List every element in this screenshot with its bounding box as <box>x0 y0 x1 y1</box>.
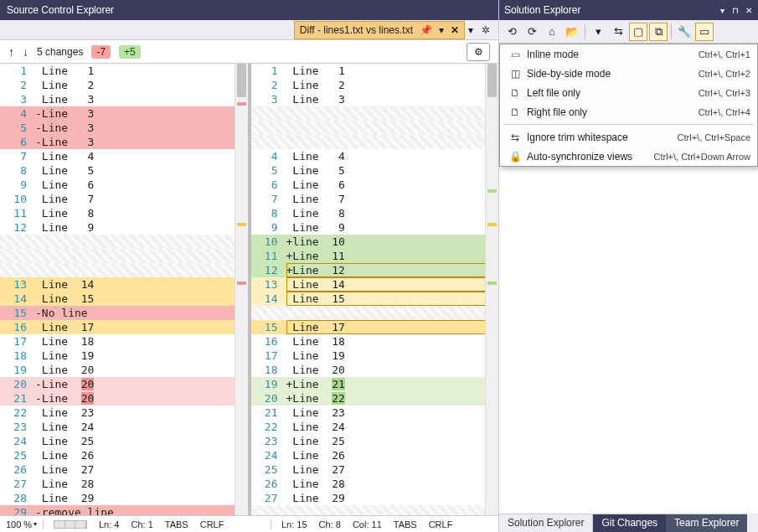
code-row[interactable] <box>251 505 499 515</box>
code-row[interactable]: 20-Line 20 <box>0 377 248 391</box>
code-row[interactable]: 8 Line 5 <box>0 163 248 178</box>
window-menu-icon[interactable]: ▾ <box>718 6 726 14</box>
code-row[interactable]: 13 Line 14 <box>0 277 248 292</box>
tab-git-changes[interactable]: Git Changes <box>593 514 666 532</box>
code-row[interactable] <box>251 106 499 121</box>
code-row[interactable]: 26 Line 28 <box>251 477 499 491</box>
code-row[interactable]: 24 Line 26 <box>251 448 499 462</box>
toolbar-button[interactable]: ⟲ <box>503 23 521 41</box>
code-row[interactable]: 15 Line 17 <box>251 320 499 334</box>
code-row[interactable]: 19 Line 20 <box>0 363 248 377</box>
code-row[interactable]: 12+Line 12 <box>251 263 499 277</box>
code-row[interactable]: 6-Line 3 <box>0 135 248 149</box>
toolbar-button[interactable]: ▢ <box>629 23 647 41</box>
menu-item[interactable]: 🔒Auto-synchronize viewsCtrl+\, Ctrl+Down… <box>500 147 757 166</box>
code-row[interactable]: 4-Line 3 <box>0 106 248 121</box>
code-row[interactable]: 4 Line 4 <box>251 149 499 163</box>
menu-item[interactable]: ◫Side-by-side modeCtrl+\, Ctrl+2 <box>500 64 757 83</box>
toolbar-button[interactable]: 📂 <box>563 23 581 41</box>
code-row[interactable]: 17 Line 19 <box>251 349 499 363</box>
code-row[interactable]: 11+Line 11 <box>251 249 499 263</box>
code-row[interactable]: 26 Line 27 <box>0 462 248 477</box>
code-row[interactable]: 17 Line 18 <box>0 334 248 349</box>
code-row[interactable]: 1 Line 1 <box>251 64 499 78</box>
prev-change-button[interactable]: ↑ <box>8 45 14 59</box>
right-code[interactable]: 1 Line 12 Line 23 Line 3 4 Line 45 Line … <box>251 64 499 515</box>
close-icon[interactable]: ✕ <box>745 6 753 14</box>
scrollbar-thumb[interactable] <box>487 64 497 97</box>
code-row[interactable]: 9 Line 6 <box>0 178 248 192</box>
code-row[interactable]: 3 Line 3 <box>251 92 499 106</box>
code-row[interactable] <box>251 135 499 149</box>
code-row[interactable]: 7 Line 4 <box>0 149 248 163</box>
code-row[interactable]: 8 Line 8 <box>251 206 499 220</box>
code-row[interactable]: 14 Line 15 <box>251 292 499 306</box>
active-tab[interactable]: Diff - lines1.txt vs lines.txt 📌 ▾ ✕ <box>294 21 465 39</box>
right-scrollbar[interactable] <box>485 64 498 515</box>
char-indicator[interactable]: Ch: 8 <box>319 519 341 529</box>
toolbar-button[interactable]: ⌂ <box>543 23 561 41</box>
code-row[interactable]: 6 Line 6 <box>251 178 499 192</box>
dropdown-icon[interactable]: ▾ <box>439 24 444 36</box>
toolbar-button[interactable]: ▭ <box>695 23 714 41</box>
code-row[interactable]: 11 Line 8 <box>0 206 248 220</box>
next-change-button[interactable]: ↓ <box>23 45 28 59</box>
tabs-indicator[interactable]: TABS <box>165 519 188 529</box>
code-row[interactable]: 22 Line 23 <box>0 405 248 420</box>
code-row[interactable]: 5 Line 5 <box>251 163 499 178</box>
code-row[interactable] <box>0 235 248 249</box>
code-row[interactable]: 13 Line 14 <box>251 277 499 292</box>
pin-icon[interactable]: 📌 <box>420 24 432 36</box>
line-indicator[interactable]: Ln: 15 <box>281 519 307 529</box>
code-row[interactable]: 14 Line 15 <box>0 292 248 306</box>
code-row[interactable]: 25 Line 27 <box>251 462 499 477</box>
code-row[interactable]: 21 Line 23 <box>251 405 499 420</box>
diff-settings-button[interactable]: ⚙ <box>467 43 490 61</box>
menu-item[interactable]: ⇆Ignore trim whitespaceCtrl+\, Ctrl+Spac… <box>500 127 757 147</box>
code-row[interactable]: 1 Line 1 <box>0 64 248 78</box>
toolbar-button[interactable]: 🔧 <box>675 23 694 41</box>
code-row[interactable]: 20+Line 22 <box>251 391 499 405</box>
code-row[interactable]: 22 Line 24 <box>251 420 499 434</box>
crlf-indicator[interactable]: CRLF <box>429 519 453 529</box>
left-code[interactable]: 1 Line 12 Line 23 Line 34-Line 35-Line 3… <box>0 64 248 515</box>
code-row[interactable]: 16 Line 18 <box>251 334 499 349</box>
tabs-indicator[interactable]: TABS <box>394 519 417 529</box>
zoom-level[interactable]: 100 %▾ <box>0 519 44 529</box>
toolbar-button[interactable]: ⧉ <box>649 23 668 41</box>
scrollbar-thumb[interactable] <box>237 64 246 97</box>
code-row[interactable]: 9 Line 9 <box>251 220 499 235</box>
code-row[interactable] <box>251 121 499 135</box>
code-row[interactable]: 29-remove line <box>0 505 248 515</box>
toolbar-button[interactable]: ⟳ <box>523 23 541 41</box>
toolbar-button[interactable]: ⇆ <box>609 23 627 41</box>
code-row[interactable]: 27 Line 28 <box>0 477 248 491</box>
menu-item[interactable]: ▭Inline modeCtrl+\, Ctrl+1 <box>500 44 757 64</box>
code-row[interactable]: 24 Line 25 <box>0 434 248 448</box>
code-row[interactable] <box>0 263 248 277</box>
code-row[interactable]: 5-Line 3 <box>0 121 248 135</box>
line-indicator[interactable]: Ln: 4 <box>99 519 119 529</box>
menu-item[interactable]: 🗋Left file onlyCtrl+\, Ctrl+3 <box>500 83 757 102</box>
pin-icon[interactable]: ⊓ <box>731 6 740 14</box>
code-row[interactable]: 12 Line 9 <box>0 220 248 235</box>
menu-item[interactable]: 🗋Right file onlyCtrl+\, Ctrl+4 <box>500 102 757 121</box>
hscroll-icon[interactable] <box>54 520 87 529</box>
code-row[interactable]: 16 Line 17 <box>0 320 248 334</box>
code-row[interactable]: 10 Line 7 <box>0 192 248 206</box>
code-row[interactable] <box>251 306 499 320</box>
code-row[interactable]: 10+line 10 <box>251 235 499 249</box>
code-row[interactable]: 18 Line 19 <box>0 349 248 363</box>
code-row[interactable]: 7 Line 7 <box>251 192 499 206</box>
code-row[interactable]: 19+Line 21 <box>251 377 499 391</box>
code-row[interactable]: 25 Line 26 <box>0 448 248 462</box>
col-indicator[interactable]: Col: 11 <box>353 519 382 529</box>
code-row[interactable]: 18 Line 20 <box>251 363 499 377</box>
left-scrollbar[interactable] <box>235 64 248 515</box>
close-tab-button[interactable]: ✕ <box>451 24 459 36</box>
gear-icon[interactable]: ✲ <box>482 24 490 36</box>
crlf-indicator[interactable]: CRLF <box>200 519 224 529</box>
code-row[interactable]: 2 Line 2 <box>251 78 499 92</box>
tab-dropdown-icon[interactable]: ▾ <box>468 24 473 36</box>
code-row[interactable]: 21-Line 20 <box>0 391 248 405</box>
